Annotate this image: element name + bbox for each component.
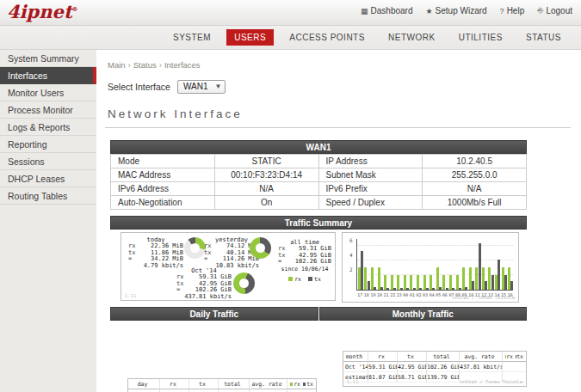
column-header: total — [426, 352, 459, 362]
summary-legend: rxtx — [278, 276, 331, 283]
breadcrumb-main[interactable]: Main — [108, 60, 126, 70]
breadcrumb-interfaces: Interfaces — [164, 60, 201, 70]
gridline — [357, 260, 513, 260]
summary-line-value: 437.81 kbit/s — [184, 294, 232, 301]
y-tick-label: 4 — [349, 252, 353, 258]
registered-mark: ® — [72, 5, 78, 13]
daily-traffic-header: Daily Traffic — [110, 307, 318, 321]
pie-today — [184, 237, 206, 259]
tx-legend-swatch — [308, 277, 312, 281]
tx-bar — [406, 288, 409, 290]
tab-access-points[interactable]: ACCESS POINTS — [281, 29, 373, 46]
tab-network[interactable]: NETWORK — [380, 29, 443, 46]
tx-bar — [426, 288, 429, 290]
tx-bar — [472, 281, 474, 290]
sidebar-item-interfaces[interactable]: Interfaces — [0, 67, 96, 84]
sidebar-item-system-summary[interactable]: System Summary — [0, 50, 96, 67]
wan-value: STATIC — [214, 155, 318, 168]
sidebar-item-monitor-users[interactable]: Monitor Users — [0, 84, 96, 101]
table-cell: 59.31 GiB — [368, 362, 397, 372]
setup-wizard-label: Setup Wizard — [436, 6, 487, 15]
tab-users[interactable]: USERS — [226, 29, 274, 46]
logout-label: Logout — [546, 6, 572, 15]
summary-line: 4.79 kbit/s — [128, 263, 183, 270]
gridline — [357, 245, 513, 246]
interface-select-value: WAN1 — [183, 82, 208, 91]
dashboard-link[interactable]: ▦Dashboard — [361, 6, 412, 15]
tab-status[interactable]: STATUS — [518, 29, 569, 46]
pie-hole — [190, 243, 200, 253]
daily-monthly-headers: Daily Traffic Monthly Traffic — [110, 307, 527, 321]
wan-value: 255.255.0.0 — [423, 168, 527, 182]
column-header: day — [128, 379, 159, 389]
status-tables: WAN1 ModeSTATICIP Address10.2.40.5MAC Ad… — [110, 140, 527, 392]
rx-bar — [462, 267, 465, 290]
wan-row: MAC Address00:10:F3:23:D4:14Subnet Mask2… — [111, 168, 527, 182]
rx-legend-swatch — [288, 277, 293, 281]
wan-table-header: WAN1 — [110, 140, 527, 154]
sidebar-item-sessions[interactable]: Sessions — [0, 153, 96, 170]
tx-bar — [413, 288, 416, 290]
y-tick-label: 6 — [349, 237, 353, 243]
top-header: 4ipnet® ▦Dashboard★Setup Wizard?Help⎆Log… — [0, 0, 581, 26]
wan-value: On — [214, 196, 318, 210]
wan-value: N/A — [423, 182, 527, 196]
column-header: avg. rate — [249, 379, 287, 389]
logout-link[interactable]: ⎆Logout — [537, 6, 572, 15]
wan-info-table: ModeSTATICIP Address10.2.40.5MAC Address… — [110, 154, 527, 210]
sidebar-item-reporting[interactable]: Reporting — [0, 136, 96, 153]
vnstat-daily-table: dayrxtxtotalavg. raterxtx10/06/14144 KiB… — [127, 378, 317, 392]
wan-row: Auto-NegotiationOnSpeed / Duplex1000Mb/s… — [111, 196, 527, 210]
daily-monthly-row: dayrxtxtotalavg. raterxtx10/06/14144 KiB… — [110, 321, 527, 392]
table-cell: 81.07 GiB — [368, 372, 397, 383]
tx-bar — [374, 287, 376, 290]
tx-bar — [504, 275, 507, 290]
breadcrumb-separator: › — [128, 60, 131, 70]
sidebar-item-routing-tables[interactable]: Routing Tables — [0, 187, 96, 205]
legend-tx: tx — [308, 276, 321, 283]
daily-traffic-table: dayrxtxtotalavg. raterxtx10/06/14144 KiB… — [128, 379, 316, 392]
table-legend: rxtx — [287, 379, 316, 389]
help-link[interactable]: ?Help — [500, 6, 525, 15]
summary-line-key: = — [278, 259, 287, 266]
table-cell: 437.81 kbit/s — [459, 362, 502, 372]
logout-icon: ⎆ — [537, 6, 543, 15]
wan-label: MAC Address — [111, 168, 215, 182]
wan-value: 00:10:F3:23:D4:14 — [214, 168, 318, 182]
sidebar-item-process-monitor[interactable]: Process Monitor — [0, 101, 96, 119]
wan-value: N/A — [214, 182, 318, 196]
tx-bar — [479, 243, 481, 290]
column-header: total — [218, 379, 249, 389]
tx-bar — [439, 287, 442, 290]
summary-line-value: 102.26 GiB — [287, 259, 331, 266]
sidebar-item-logs-reports[interactable]: Logs & Reports — [0, 119, 96, 136]
summary-block-today: todayrx22.36 MiBtx11.86 MiB=34.22 MiB4.7… — [128, 236, 183, 269]
table-cell: 139.79 GiB — [426, 372, 459, 383]
column-header: tx — [189, 379, 218, 389]
hourly-plot: 2461718192021222300010203040506070809101… — [356, 239, 513, 291]
vnstat-monthly-table: monthrxtxtotalavg. raterxtxOct '1459.31 … — [343, 351, 527, 387]
tx-bar — [446, 288, 448, 290]
tx-bar — [386, 288, 389, 290]
setup-wizard-icon: ★ — [426, 7, 433, 15]
sidebar-item-dhcp-leases[interactable]: DHCP Leases — [0, 170, 96, 187]
tab-system[interactable]: SYSTEM — [165, 29, 219, 46]
help-icon: ? — [500, 7, 504, 15]
rx-bar — [436, 267, 439, 290]
chevron-down-icon: ▼ — [215, 83, 222, 90]
tx-bar — [368, 281, 370, 290]
table-cell: 102.26 GiB — [426, 362, 459, 372]
summary-block-month: Oct '14rx59.31 GiBtx42.95 GiB=102.26 GiB… — [176, 267, 232, 300]
help-label: Help — [507, 6, 525, 15]
main-nav: SYSTEMUSERSACCESS POINTSNETWORKUTILITIES… — [0, 26, 581, 50]
rx-bar — [371, 267, 374, 290]
tab-utilities[interactable]: UTILITIES — [451, 29, 510, 46]
rx-bar — [378, 267, 380, 290]
setup-wizard-link[interactable]: ★Setup Wizard — [426, 6, 487, 15]
interface-select[interactable]: WAN1 ▼ — [177, 80, 226, 94]
breadcrumb-status[interactable]: Status — [133, 60, 157, 70]
table-cell: 58.71 GiB — [397, 372, 426, 383]
tx-legend-swatch — [303, 383, 306, 386]
wan-label: Auto-Negotiation — [111, 196, 215, 210]
pie-hole — [239, 279, 249, 288]
